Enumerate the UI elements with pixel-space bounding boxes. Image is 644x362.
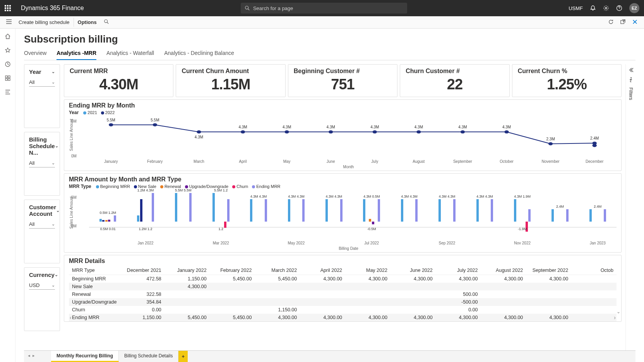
filter-dropdown[interactable]: All⌄ <box>29 159 55 167</box>
bar-label: 4.3M 4.3M <box>401 195 418 198</box>
kpi-title: Current MRR <box>70 68 168 75</box>
bar-label: 2.4M <box>594 205 601 208</box>
bar <box>592 193 594 239</box>
data-label: 4.3M <box>327 125 335 129</box>
notifications-icon[interactable] <box>590 5 596 11</box>
bar <box>224 193 226 239</box>
legend-item[interactable]: 2022 <box>101 110 115 115</box>
table-cell: 0.00 <box>436 306 481 314</box>
close-icon[interactable] <box>629 17 641 27</box>
home-icon[interactable] <box>3 32 12 41</box>
app-launcher-icon[interactable] <box>5 5 15 11</box>
bar-label: 1.2M 4.3M <box>137 188 154 192</box>
table-cell <box>571 275 617 283</box>
filters-panel-label[interactable]: Filters <box>628 87 634 100</box>
bar <box>291 193 293 239</box>
modules-icon[interactable] <box>3 87 12 97</box>
chevron-down-icon[interactable]: ⌄ <box>55 272 58 277</box>
bar <box>491 193 493 239</box>
svg-point-28 <box>461 130 465 133</box>
bar-group: 4.3M 1.9M-1.9M <box>504 193 541 239</box>
table-scroll-down-icon[interactable]: ⌄ <box>617 309 620 314</box>
svg-point-21 <box>153 123 157 126</box>
table-cell <box>571 306 617 314</box>
bar <box>189 193 192 239</box>
recent-icon[interactable] <box>3 60 12 69</box>
table-cell: 4,300.00 <box>436 314 481 321</box>
bar <box>325 193 328 239</box>
bar <box>181 193 183 239</box>
collapse-panel-icon[interactable] <box>628 67 634 74</box>
filter-orientation-icon[interactable] <box>628 77 634 84</box>
legend-item[interactable]: Ending MRR <box>252 184 280 189</box>
table-header: Octob <box>571 266 617 275</box>
table-cell <box>300 306 345 314</box>
table-cell: 1,150.00 <box>255 306 300 314</box>
bar-label: 4.3M 4.3M <box>326 195 343 198</box>
bar-group: 4.3M 4.3M <box>428 193 466 239</box>
tab-overview[interactable]: Overview <box>24 48 46 60</box>
bar <box>598 193 600 239</box>
table-cell: 5,450.00 <box>164 314 210 321</box>
chevron-down-icon[interactable]: ⌄ <box>56 208 60 213</box>
table-cell <box>210 306 255 314</box>
user-avatar[interactable]: EZ <box>629 3 639 13</box>
refresh-icon[interactable] <box>605 17 617 27</box>
table-scroll-left-icon[interactable]: ‹ <box>70 314 72 321</box>
legend-item[interactable]: Beginning MRR <box>96 184 130 189</box>
help-icon[interactable] <box>616 5 622 11</box>
table-cell <box>345 298 391 306</box>
create-billing-button[interactable]: Create billing schedule <box>15 18 74 27</box>
table-scroll-right-icon[interactable]: › <box>614 314 616 321</box>
table-cell: 472.58 <box>119 275 164 283</box>
entity-label[interactable]: USMF <box>569 5 583 11</box>
tab-analytics-mrr[interactable]: Analytics -MRR <box>57 48 96 60</box>
table-cell <box>571 298 617 306</box>
command-search-icon[interactable] <box>101 17 112 27</box>
sheet-tab[interactable]: Monthly Recurring Billing <box>51 351 119 362</box>
chevron-down-icon[interactable]: ⌄ <box>51 69 55 74</box>
table-cell <box>210 283 255 290</box>
legend-item[interactable]: 2021 <box>83 110 97 115</box>
bar <box>216 193 218 239</box>
chart-title-bar: MRR Amount by Month and MRR Type <box>69 176 617 183</box>
table-cell <box>481 298 526 306</box>
table-cell <box>481 306 526 314</box>
kpi-value: 1.15M <box>182 76 279 93</box>
global-search[interactable]: Search for a page <box>241 3 407 14</box>
table-header: August 2022 <box>481 266 526 275</box>
legend-label: Year <box>69 110 79 115</box>
bar <box>294 193 296 239</box>
add-sheet-button[interactable]: + <box>178 351 188 362</box>
favorites-icon[interactable] <box>3 46 12 55</box>
table-cell: 4,300.00 <box>481 314 526 321</box>
popout-icon[interactable] <box>617 17 629 27</box>
sheet-tab[interactable]: Billing Schedule Details <box>119 351 178 362</box>
filter-dropdown[interactable]: USD⌄ <box>29 281 55 290</box>
sheet-nav-arrows[interactable]: ◂▸ <box>28 353 35 358</box>
kpi-card: Current Churn Amount1.15M <box>176 64 285 97</box>
workspaces-icon[interactable] <box>3 73 12 83</box>
chevron-down-icon[interactable]: ⌄ <box>55 143 58 149</box>
nav-toggle-icon[interactable] <box>3 18 15 27</box>
bar <box>146 193 148 239</box>
table-cell: 4,300.00 <box>300 275 345 283</box>
bar-group: 5.5M 1.21.2 <box>202 193 240 239</box>
kpi-card: Current Churn %1.25% <box>512 64 622 97</box>
options-button[interactable]: Options <box>74 18 101 27</box>
settings-icon[interactable] <box>603 5 609 11</box>
bar-group: 4.3M 4.3M <box>277 193 315 239</box>
filter-dropdown[interactable]: All⌄ <box>29 220 55 229</box>
bar <box>520 193 522 239</box>
x-tick <box>164 241 202 245</box>
filter-dropdown[interactable]: All⌄ <box>29 78 55 87</box>
tab-analytics-waterfall[interactable]: Analytics - Waterfall <box>106 48 154 60</box>
app-title: Dynamics 365 Finance <box>21 5 84 12</box>
legend-item[interactable]: Churn <box>232 184 248 189</box>
bar <box>256 193 258 239</box>
bar-group: 4.3M 4.3M <box>240 193 277 239</box>
bar <box>108 193 110 239</box>
tab-analytics-declining-balance[interactable]: Analytics - Declining Balance <box>164 48 234 60</box>
bar <box>409 193 412 239</box>
table-cell <box>164 306 210 314</box>
